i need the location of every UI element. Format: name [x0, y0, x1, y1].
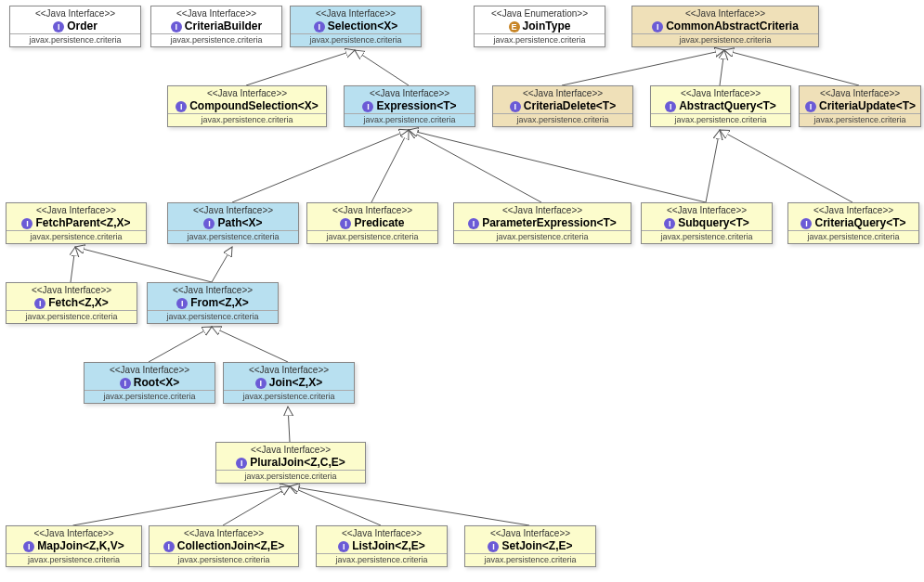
node-name: IRoot<X>	[85, 375, 215, 390]
generalization-edge	[290, 486, 529, 525]
node-name: IPluralJoin<Z,C,E>	[216, 455, 365, 470]
node-name-text: Subquery<T>	[678, 216, 749, 229]
node-name: ICriteriaUpdate<T>	[800, 98, 920, 113]
package-label: javax.persistence.criteria	[151, 33, 281, 46]
node-abstractQuery[interactable]: <<Java Interface>>IAbstractQuery<T>javax…	[650, 85, 791, 127]
generalization-edge	[720, 50, 724, 85]
package-label: javax.persistence.criteria	[7, 553, 141, 566]
node-collectionJoin[interactable]: <<Java Interface>>ICollectionJoin<Z,E>ja…	[149, 525, 299, 567]
node-criteriaDelete[interactable]: <<Java Interface>>ICriteriaDelete<T>java…	[492, 85, 633, 127]
generalization-edge	[71, 247, 75, 282]
interface-icon: I	[236, 458, 247, 469]
node-name-text: JoinType	[523, 19, 571, 32]
package-label: javax.persistence.criteria	[642, 230, 772, 243]
node-joinType[interactable]: <<Java Enumeration>>EJoinTypejavax.persi…	[474, 6, 605, 47]
node-paramExpr[interactable]: <<Java Interface>>IParameterExpression<T…	[453, 202, 631, 244]
generalization-edge	[223, 486, 290, 525]
node-criteriaQuery[interactable]: <<Java Interface>>ICriteriaQuery<T>javax…	[787, 202, 919, 244]
generalization-edge	[73, 486, 291, 525]
node-criteriaBuilder[interactable]: <<Java Interface>>ICriteriaBuilderjavax.…	[150, 6, 282, 47]
generalization-edge	[232, 130, 409, 202]
stereotype-label: <<Java Interface>>	[800, 86, 920, 98]
generalization-edge	[355, 50, 409, 85]
node-subquery[interactable]: <<Java Interface>>ISubquery<T>javax.pers…	[641, 202, 773, 244]
stereotype-label: <<Java Interface>>	[168, 203, 298, 215]
node-selection[interactable]: <<Java Interface>>ISelection<X>javax.per…	[290, 6, 422, 47]
package-label: javax.persistence.criteria	[454, 230, 631, 243]
node-root[interactable]: <<Java Interface>>IRoot<X>javax.persiste…	[84, 362, 215, 404]
node-name-text: CriteriaBuilder	[185, 19, 262, 32]
node-name-text: SetJoin<Z,E>	[501, 539, 572, 552]
package-label: javax.persistence.criteria	[148, 310, 278, 323]
package-label: javax.persistence.criteria	[651, 113, 790, 126]
node-fetchParent[interactable]: <<Java Interface>>IFetchParent<Z,X>javax…	[6, 202, 147, 244]
interface-icon: I	[120, 378, 131, 389]
node-name: IJoin<Z,X>	[224, 375, 354, 390]
interface-icon: I	[255, 378, 267, 389]
package-label: javax.persistence.criteria	[224, 390, 354, 403]
package-label: javax.persistence.criteria	[307, 230, 437, 243]
node-name-text: CollectionJoin<Z,E>	[177, 539, 284, 552]
node-predicate[interactable]: <<Java Interface>>IPredicatejavax.persis…	[306, 202, 438, 244]
stereotype-label: <<Java Interface>>	[651, 86, 790, 98]
stereotype-label: <<Java Interface>>	[7, 283, 137, 295]
interface-icon: I	[664, 218, 675, 229]
interface-icon: I	[53, 21, 64, 32]
generalization-edge	[212, 247, 232, 282]
node-order[interactable]: <<Java Interface>>IOrderjavax.persistenc…	[9, 6, 141, 47]
stereotype-label: <<Java Interface>>	[291, 6, 421, 19]
generalization-edge	[409, 130, 706, 202]
node-name: ICriteriaDelete<T>	[493, 98, 632, 113]
generalization-edge	[562, 50, 724, 85]
node-name: ICriteriaQuery<T>	[788, 215, 918, 230]
generalization-edge	[720, 130, 852, 202]
package-label: javax.persistence.criteria	[85, 390, 215, 403]
node-name-text: Path<X>	[217, 216, 262, 229]
node-compoundSel[interactable]: <<Java Interface>>ICompoundSelection<X>j…	[167, 85, 327, 127]
stereotype-label: <<Java Interface>>	[150, 526, 298, 538]
stereotype-label: <<Java Interface>>	[7, 203, 146, 215]
generalization-edge	[212, 327, 288, 362]
interface-icon: I	[21, 218, 33, 229]
node-name: IMapJoin<Z,K,V>	[7, 538, 141, 553]
node-name-text: CompoundSelection<X>	[189, 99, 319, 112]
package-label: javax.persistence.criteria	[465, 553, 595, 566]
node-from[interactable]: <<Java Interface>>IFrom<Z,X>javax.persis…	[147, 282, 279, 324]
node-mapJoin[interactable]: <<Java Interface>>IMapJoin<Z,K,V>javax.p…	[6, 525, 142, 567]
generalization-edge	[706, 130, 720, 202]
interface-icon: I	[805, 101, 816, 112]
node-join[interactable]: <<Java Interface>>IJoin<Z,X>javax.persis…	[223, 362, 355, 404]
node-pluralJoin[interactable]: <<Java Interface>>IPluralJoin<Z,C,E>java…	[215, 442, 366, 484]
stereotype-label: <<Java Interface>>	[224, 363, 354, 375]
package-label: javax.persistence.criteria	[788, 230, 918, 243]
node-commonAbs[interactable]: <<Java Interface>>ICommonAbstractCriteri…	[631, 6, 819, 47]
node-name-text: Selection<X>	[328, 19, 397, 32]
stereotype-label: <<Java Interface>>	[788, 203, 918, 215]
node-path[interactable]: <<Java Interface>>IPath<X>javax.persiste…	[167, 202, 299, 244]
node-listJoin[interactable]: <<Java Interface>>IListJoin<Z,E>javax.pe…	[316, 525, 448, 567]
interface-icon: I	[468, 218, 479, 229]
stereotype-label: <<Java Interface>>	[216, 443, 365, 455]
generalization-edge	[409, 130, 541, 202]
interface-icon: I	[510, 101, 521, 112]
generalization-edge	[724, 50, 859, 85]
interface-icon: I	[34, 298, 46, 309]
node-fetch[interactable]: <<Java Interface>>IFetch<Z,X>javax.persi…	[6, 282, 137, 324]
interface-icon: I	[163, 541, 175, 552]
node-name: ISubquery<T>	[642, 215, 772, 230]
node-name-text: Predicate	[354, 216, 404, 229]
stereotype-label: <<Java Interface>>	[10, 6, 140, 19]
node-name: IFrom<Z,X>	[148, 295, 278, 310]
node-setJoin[interactable]: <<Java Interface>>ISetJoin<Z,E>javax.per…	[464, 525, 596, 567]
node-criteriaUpdate[interactable]: <<Java Interface>>ICriteriaUpdate<T>java…	[799, 85, 921, 127]
generalization-edge	[75, 247, 212, 282]
node-name: IPath<X>	[168, 215, 298, 230]
node-name: IFetch<Z,X>	[7, 295, 137, 310]
node-name-text: ParameterExpression<T>	[482, 216, 617, 229]
node-expression[interactable]: <<Java Interface>>IExpression<T>javax.pe…	[344, 85, 475, 127]
package-label: javax.persistence.criteria	[7, 310, 137, 323]
interface-icon: I	[314, 21, 325, 32]
stereotype-label: <<Java Interface>>	[465, 526, 595, 538]
interface-icon: I	[800, 218, 812, 229]
node-name: IOrder	[10, 19, 140, 33]
